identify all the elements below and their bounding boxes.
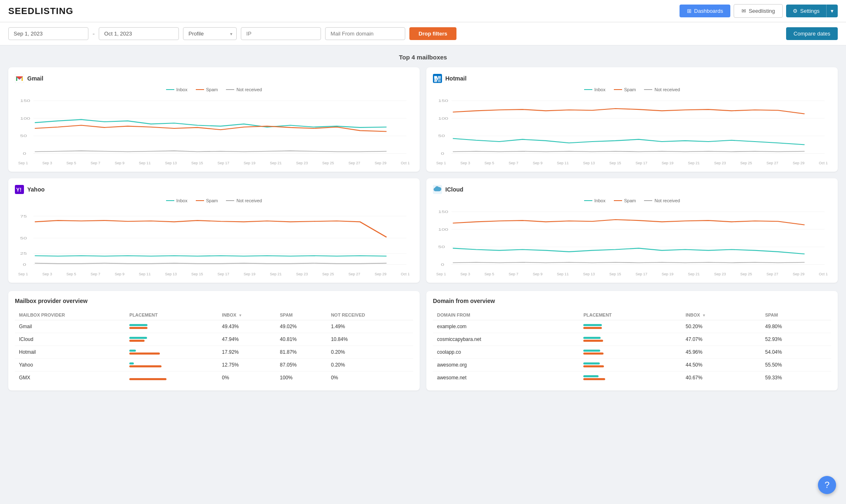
section-title: Top 4 mailboxes [8, 54, 838, 61]
domain-cell: awesome.org [433, 359, 579, 371]
spam-bar [583, 378, 605, 380]
yahoo-chart-title: Yahoo [27, 186, 45, 193]
svg-text:0: 0 [23, 262, 26, 267]
gmail-icon [15, 74, 24, 83]
placement-cell [125, 346, 218, 359]
domain-cell: example.com [433, 320, 579, 333]
inbox-bar [583, 324, 602, 326]
hotmail-chart-card: o Hotmail Inbox Spam [426, 67, 838, 172]
spam-bar [583, 340, 603, 342]
yahoo-chart-header: Y! Yahoo [15, 185, 413, 194]
icloud-icon [433, 185, 442, 194]
spam-bar [129, 378, 166, 380]
spam-value: 87.05% [276, 359, 327, 371]
inbox-legend-line [166, 89, 174, 90]
mailbox-overview-table: MAILBOX PROVIDER PLACEMENT INBOX ▼ SPAM … [15, 310, 413, 384]
table-row: Yahoo 12.75% 87.05% 0.20% [15, 359, 413, 371]
spam-value: 81.87% [276, 346, 327, 359]
col-domain-placement: PLACEMENT [579, 310, 681, 320]
icloud-xaxis: Sep 1Sep 3Sep 5Sep 7Sep 9Sep 11Sep 13Sep… [433, 272, 831, 276]
settings-button[interactable]: ⚙ Settings [786, 5, 826, 17]
placement-cell [125, 333, 218, 346]
header-buttons: ⊞ Dashboards ✉ Seedlisting ⚙ Settings ▾ [680, 4, 838, 18]
provider-cell: ICloud [15, 333, 125, 346]
yahoo-icon: Y! [15, 185, 24, 194]
domain-inbox-sort-icon[interactable]: ▼ [702, 313, 706, 317]
table-row: coolapp.co 45.96% 54.04% [433, 346, 831, 359]
bottom-grid: Mailbox provider overview MAILBOX PROVID… [8, 291, 838, 390]
not-received-value: 0% [327, 371, 413, 384]
profile-select[interactable]: Profile [183, 27, 237, 40]
hotmail-chart-svg: 150 100 50 0 [433, 95, 831, 161]
inbox-bar [583, 350, 600, 352]
col-provider: MAILBOX PROVIDER [15, 310, 125, 320]
col-spam: SPAM [276, 310, 327, 320]
table-row: example.com 50.20% 49.80% [433, 320, 831, 333]
settings-gear-icon: ⚙ [793, 8, 798, 14]
domain-inbox-value: 40.67% [682, 371, 761, 384]
provider-cell: GMX [15, 371, 125, 384]
spam-bar [129, 340, 145, 342]
hotmail-icon: o [433, 74, 442, 83]
charts-grid: Gmail Inbox Spam Not received 150 [8, 67, 838, 283]
icloud-chart-header: ICloud [433, 185, 831, 194]
hotmail-xaxis: Sep 1Sep 3Sep 5Sep 7Sep 9Sep 11Sep 13Sep… [433, 161, 831, 165]
dashboards-button[interactable]: ⊞ Dashboards [680, 5, 730, 17]
main-content: Top 4 mailboxes Gmail [0, 45, 846, 399]
col-not-received: NOT RECEIVED [327, 310, 413, 320]
domain-placement-cell [579, 346, 681, 359]
spam-bar [129, 327, 147, 329]
compare-dates-button[interactable]: Compare dates [786, 27, 838, 40]
domain-placement-cell [579, 371, 681, 384]
spam-bar [583, 353, 604, 355]
domain-inbox-value: 47.07% [682, 333, 761, 346]
icloud-chart-card: ICloud Inbox Spam Not received 150 100 [426, 178, 838, 283]
table-row: Gmail 49.43% 49.02% 1.49% [15, 320, 413, 333]
logo: SEEDLISTING [8, 6, 74, 17]
inbox-sort-icon[interactable]: ▼ [238, 313, 242, 317]
provider-cell: Gmail [15, 320, 125, 333]
domain-spam-value: 59.33% [761, 371, 831, 384]
spam-value: 40.81% [276, 333, 327, 346]
date-from-input[interactable] [8, 27, 88, 40]
domain-spam-value: 49.80% [761, 320, 831, 333]
gmail-legend: Inbox Spam Not received [15, 87, 413, 92]
icloud-chart-svg: 150 100 50 0 [433, 206, 831, 272]
provider-cell: Yahoo [15, 359, 125, 371]
yahoo-legend: Inbox Spam Not received [15, 198, 413, 203]
col-domain-inbox: INBOX ▼ [682, 310, 761, 320]
svg-text:50: 50 [438, 245, 445, 249]
table-row: cosmiccapybara.net 47.07% 52.93% [433, 333, 831, 346]
mail-from-input[interactable] [325, 27, 405, 40]
spam-bar [129, 353, 160, 355]
gmail-chart-card: Gmail Inbox Spam Not received 150 [8, 67, 420, 172]
svg-text:Y!: Y! [16, 187, 21, 193]
spam-value: 100% [276, 371, 327, 384]
placement-cell [125, 320, 218, 333]
spam-value: 49.02% [276, 320, 327, 333]
domain-placement-cell [579, 320, 681, 333]
svg-text:100: 100 [438, 227, 448, 232]
domain-inbox-value: 50.20% [682, 320, 761, 333]
yahoo-chart-svg: 75 50 25 0 [15, 206, 413, 272]
inbox-bar [129, 324, 147, 326]
svg-rect-13 [434, 79, 437, 82]
svg-rect-11 [434, 76, 437, 79]
date-to-input[interactable] [99, 27, 179, 40]
provider-cell: Hotmail [15, 346, 125, 359]
drop-filters-button[interactable]: Drop filters [409, 27, 456, 40]
seedlisting-button[interactable]: ✉ Seedlisting [734, 4, 783, 18]
col-domain-from: DOMAIN FROM [433, 310, 579, 320]
svg-text:25: 25 [20, 251, 27, 256]
spam-bar [583, 365, 604, 367]
ip-input[interactable] [241, 27, 321, 40]
svg-text:0: 0 [23, 151, 26, 156]
table-row: awesome.net 40.67% 59.33% [433, 371, 831, 384]
svg-rect-12 [438, 76, 441, 79]
spam-legend-line [196, 89, 204, 90]
svg-text:150: 150 [438, 98, 448, 103]
settings-caret-button[interactable]: ▾ [826, 5, 838, 17]
not-received-legend-line [226, 89, 234, 90]
not-received-value: 0.20% [327, 359, 413, 371]
yahoo-xaxis: Sep 1Sep 3Sep 5Sep 7Sep 9Sep 11Sep 13Sep… [15, 272, 413, 276]
